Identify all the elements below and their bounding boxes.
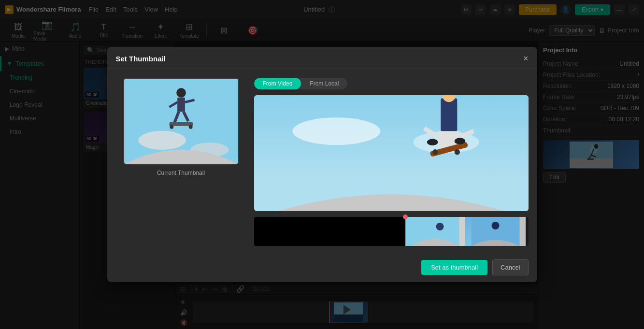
svg-rect-23 — [254, 95, 529, 211]
modal-title: Set Thumbnail — [116, 55, 166, 63]
playhead-dot — [403, 215, 408, 219]
strip-black — [254, 217, 405, 246]
svg-point-35 — [454, 138, 465, 144]
svg-point-34 — [427, 139, 438, 145]
svg-point-22 — [188, 125, 192, 129]
svg-point-37 — [436, 223, 444, 230]
current-thumbnail-svg — [124, 78, 238, 165]
video-preview-box — [254, 95, 529, 211]
current-thumbnail-box — [123, 78, 239, 165]
current-thumbnail-label: Current Thumbnail — [157, 170, 205, 176]
svg-point-21 — [170, 125, 173, 129]
tab-from-local[interactable]: From Local — [301, 78, 347, 89]
svg-point-14 — [176, 88, 186, 98]
svg-rect-26 — [441, 98, 457, 131]
skate-preview — [254, 95, 529, 211]
timeline-strip-container — [254, 217, 529, 246]
preview-svg — [254, 95, 529, 211]
svg-point-24 — [292, 117, 380, 145]
set-thumbnail-modal: Set Thumbnail × — [107, 47, 537, 282]
tab-from-video[interactable]: From Video — [254, 78, 301, 89]
svg-rect-15 — [177, 98, 185, 112]
frame1-svg — [405, 217, 465, 246]
modal-body: Current Thumbnail From Video From Local — [107, 69, 537, 255]
modal-left: Current Thumbnail — [116, 78, 246, 246]
timeline-strip[interactable] — [254, 217, 529, 246]
modal-footer: Set as thumbnail Cancel — [107, 255, 537, 282]
svg-rect-20 — [169, 122, 193, 126]
strip-frame2 — [465, 217, 526, 246]
svg-point-39 — [491, 222, 499, 229]
modal-close-button[interactable]: × — [523, 54, 529, 64]
frame2-svg — [465, 217, 526, 246]
playhead-line — [405, 217, 406, 246]
strip-frame1 — [405, 217, 465, 246]
cancel-button[interactable]: Cancel — [492, 259, 528, 275]
svg-point-33 — [454, 149, 459, 155]
tab-row: From Video From Local — [254, 78, 348, 89]
modal-header: Set Thumbnail × — [107, 47, 537, 69]
svg-point-12 — [138, 131, 186, 150]
modal-overlay: Set Thumbnail × — [0, 0, 644, 329]
svg-point-32 — [432, 149, 438, 155]
set-as-thumbnail-button[interactable]: Set as thumbnail — [421, 260, 487, 275]
modal-right: From Video From Local — [254, 78, 529, 246]
